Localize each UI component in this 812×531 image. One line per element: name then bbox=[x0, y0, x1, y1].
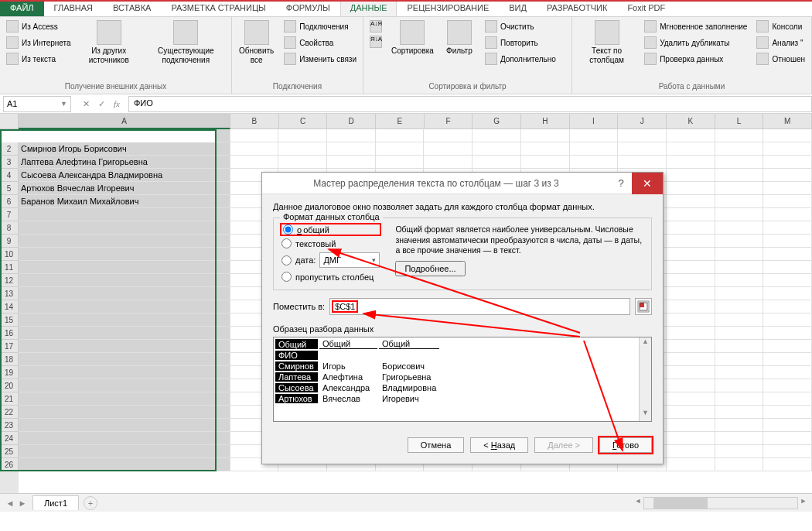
tab-formulas[interactable]: ФОРМУЛЫ bbox=[276, 0, 340, 16]
cell[interactable] bbox=[19, 353, 230, 366]
row-header[interactable]: 4 bbox=[0, 169, 19, 182]
cell[interactable] bbox=[19, 392, 230, 406]
select-all-corner[interactable] bbox=[0, 114, 19, 129]
radio-general[interactable]: ообщий bbox=[281, 224, 380, 235]
cell[interactable] bbox=[715, 142, 764, 156]
hscroll-right-icon[interactable]: ► bbox=[798, 497, 809, 509]
cell[interactable] bbox=[521, 129, 570, 142]
cell[interactable] bbox=[19, 221, 230, 235]
cell[interactable] bbox=[473, 142, 521, 156]
cell[interactable] bbox=[715, 392, 764, 406]
cell[interactable] bbox=[715, 235, 764, 248]
cell[interactable] bbox=[763, 353, 812, 366]
sheet-nav-first-icon[interactable]: ◄ bbox=[5, 498, 15, 508]
cell[interactable] bbox=[763, 235, 812, 248]
cell[interactable]: Баранов Михаил Михайлович bbox=[19, 195, 230, 208]
date-format-select[interactable]: ДМГ▾ bbox=[319, 252, 380, 268]
cell[interactable] bbox=[667, 353, 715, 366]
cell[interactable] bbox=[19, 248, 230, 261]
cell[interactable] bbox=[230, 129, 279, 142]
cell[interactable] bbox=[763, 261, 812, 274]
cell[interactable] bbox=[715, 208, 764, 221]
cell[interactable] bbox=[618, 129, 667, 142]
cell[interactable] bbox=[667, 419, 715, 432]
sheet-tab-1[interactable]: Лист1 bbox=[32, 495, 79, 510]
from-text-button[interactable]: Из текста bbox=[3, 51, 74, 67]
scroll-up-icon[interactable]: ▲ bbox=[640, 337, 651, 350]
cell[interactable] bbox=[667, 195, 715, 208]
cell[interactable] bbox=[715, 366, 764, 379]
row-header[interactable]: 20 bbox=[0, 379, 19, 392]
cell[interactable] bbox=[715, 195, 764, 208]
cell[interactable] bbox=[19, 340, 230, 353]
cell[interactable] bbox=[521, 142, 570, 156]
cell[interactable] bbox=[667, 129, 715, 142]
cell[interactable] bbox=[19, 261, 230, 274]
cell[interactable] bbox=[763, 327, 812, 340]
cell[interactable] bbox=[19, 379, 230, 392]
hscroll-left-icon[interactable]: ◄ bbox=[633, 497, 643, 509]
cell[interactable] bbox=[715, 353, 764, 366]
sort-button[interactable]: Сортировка bbox=[388, 19, 437, 57]
cell[interactable] bbox=[473, 156, 521, 169]
remove-duplicates-button[interactable]: Удалить дубликаты bbox=[641, 35, 750, 50]
cell[interactable] bbox=[667, 235, 715, 248]
range-selector-button[interactable] bbox=[635, 298, 652, 315]
cell[interactable] bbox=[327, 156, 376, 169]
fx-icon[interactable]: fx bbox=[110, 99, 124, 109]
back-button[interactable]: < Назад bbox=[470, 437, 528, 453]
cell[interactable] bbox=[570, 142, 619, 156]
cell[interactable] bbox=[667, 287, 715, 300]
col-header[interactable]: L bbox=[715, 114, 764, 129]
cell[interactable] bbox=[715, 182, 764, 195]
cell[interactable] bbox=[424, 129, 473, 142]
tab-file[interactable]: ФАЙЛ bbox=[0, 0, 44, 16]
more-info-button[interactable]: Подробнее... bbox=[395, 261, 465, 276]
cell[interactable] bbox=[667, 208, 715, 221]
horizontal-scrollbar[interactable] bbox=[643, 497, 798, 509]
sheet-nav-last-icon[interactable]: ► bbox=[17, 498, 28, 508]
row-header[interactable]: 21 bbox=[0, 392, 19, 406]
cell[interactable] bbox=[763, 406, 812, 419]
cell[interactable] bbox=[667, 300, 715, 313]
row-header[interactable]: 6 bbox=[0, 195, 19, 208]
flash-fill-button[interactable]: Мгновенное заполнение bbox=[641, 19, 750, 34]
cell[interactable] bbox=[667, 458, 715, 471]
cell[interactable] bbox=[667, 406, 715, 419]
row-header[interactable]: 5 bbox=[0, 182, 19, 195]
cell[interactable] bbox=[19, 235, 230, 248]
cancel-formula-icon[interactable]: ✕ bbox=[79, 99, 93, 109]
cell[interactable] bbox=[715, 248, 764, 261]
cell[interactable] bbox=[521, 156, 570, 169]
cell[interactable] bbox=[763, 195, 812, 208]
cell[interactable] bbox=[763, 208, 812, 221]
cell[interactable] bbox=[19, 327, 230, 340]
cell[interactable] bbox=[715, 300, 764, 313]
cell[interactable]: ФИО bbox=[19, 129, 230, 142]
scroll-down-icon[interactable]: ▼ bbox=[640, 409, 651, 421]
col-header[interactable]: H bbox=[521, 114, 570, 129]
cell[interactable] bbox=[424, 156, 473, 169]
cell[interactable] bbox=[715, 419, 764, 432]
destination-input[interactable]: $C$1 bbox=[329, 298, 630, 315]
row-header[interactable]: 22 bbox=[0, 406, 19, 419]
cell[interactable] bbox=[715, 169, 764, 182]
cell[interactable] bbox=[763, 129, 812, 142]
tab-insert[interactable]: ВСТАВКА bbox=[103, 0, 161, 16]
cell[interactable] bbox=[715, 406, 764, 419]
dialog-close-button[interactable]: ✕ bbox=[632, 173, 663, 194]
filter-button[interactable]: Фильтр bbox=[440, 19, 479, 57]
row-header[interactable]: 14 bbox=[0, 300, 19, 313]
row-header[interactable]: 13 bbox=[0, 287, 19, 300]
formula-input[interactable]: ФИО bbox=[128, 96, 812, 112]
dialog-help-button[interactable]: ? bbox=[610, 173, 632, 194]
cell[interactable] bbox=[715, 261, 764, 274]
cell[interactable] bbox=[667, 261, 715, 274]
cell[interactable] bbox=[715, 313, 764, 327]
cell[interactable] bbox=[618, 142, 667, 156]
chevron-down-icon[interactable]: ▼ bbox=[60, 100, 67, 108]
row-header[interactable]: 11 bbox=[0, 261, 19, 274]
cell[interactable] bbox=[715, 287, 764, 300]
cell[interactable] bbox=[667, 182, 715, 195]
cell[interactable] bbox=[763, 432, 812, 445]
